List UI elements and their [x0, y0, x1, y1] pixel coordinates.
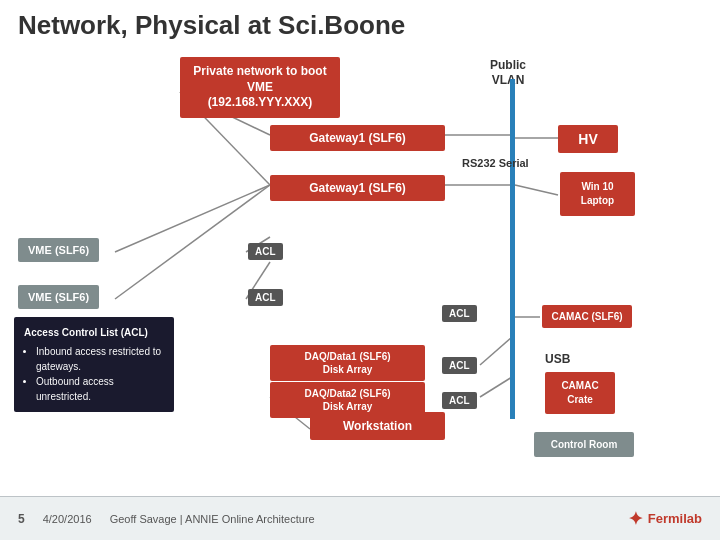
page-title: Network, Physical at Sci.Boone — [0, 0, 720, 47]
acl-info-box: Access Control List (ACL) Inbound access… — [14, 317, 174, 412]
private-network-box: Private network to boot VME (192.168.YYY… — [180, 57, 340, 118]
daq-data1-box: DAQ/Data1 (SLF6) Disk Array — [270, 345, 425, 381]
usb-label: USB — [545, 352, 570, 366]
footer-presenter: Geoff Savage | ANNIE Online Architecture — [110, 513, 315, 525]
vme-box-top: VME (SLF6) — [18, 238, 99, 262]
acl-bullet-2: Outbound access unrestricted. — [36, 374, 164, 404]
acl-button-1: ACL — [248, 243, 283, 260]
camac-slf6-box: CAMAC (SLF6) — [542, 305, 632, 328]
win10-laptop-box: Win 10 Laptop — [560, 172, 635, 216]
fermilab-logo: ✦ Fermilab — [628, 508, 702, 530]
public-vlan-line — [510, 79, 515, 419]
svg-line-9 — [480, 377, 512, 397]
footer-page-number: 5 — [18, 512, 25, 526]
svg-line-8 — [480, 337, 512, 365]
acl-button-3: ACL — [442, 305, 477, 322]
acl-button-4: ACL — [442, 357, 477, 374]
gateway1-bottom: Gateway1 (SLF6) — [270, 175, 445, 201]
svg-line-5 — [515, 185, 558, 195]
acl-button-2: ACL — [248, 289, 283, 306]
camac-crate-box: CAMAC Crate — [545, 372, 615, 414]
footer: 5 4/20/2016 Geoff Savage | ANNIE Online … — [0, 496, 720, 540]
acl-info-title: Access Control List (ACL) — [24, 325, 164, 340]
svg-line-6 — [115, 185, 270, 252]
workstation-box: Workstation — [310, 412, 445, 440]
public-vlan-label: Public VLAN — [490, 57, 526, 87]
fermilab-icon: ✦ — [628, 508, 643, 530]
hv-box: HV — [558, 125, 618, 153]
svg-line-7 — [115, 185, 270, 299]
gateway1-top: Gateway1 (SLF6) — [270, 125, 445, 151]
fermilab-label: Fermilab — [648, 511, 702, 526]
rs232-label: RS232 Serial — [462, 157, 529, 169]
footer-date: 4/20/2016 — [43, 513, 92, 525]
control-room-box: Control Room — [534, 432, 634, 457]
acl-button-5: ACL — [442, 392, 477, 409]
acl-bullet-1: Inbound access restricted to gateways. — [36, 344, 164, 374]
vme-box-bottom: VME (SLF6) — [18, 285, 99, 309]
